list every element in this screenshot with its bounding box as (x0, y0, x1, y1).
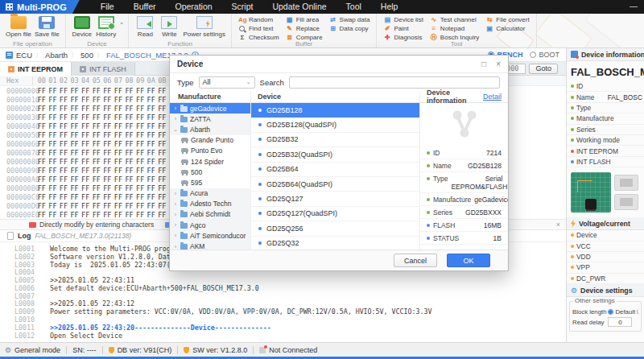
hex-byte[interactable]: FF (47, 184, 59, 192)
hex-byte[interactable]: FF (47, 167, 59, 175)
hex-byte[interactable]: FF (91, 149, 102, 157)
hex-byte[interactable]: FF (80, 149, 91, 157)
hex-byte[interactable]: FF (134, 158, 146, 166)
device-item-gd25b64-quadspi[interactable]: GD25B64(QuadSPI) (251, 177, 419, 192)
hex-byte[interactable]: FF (113, 175, 124, 184)
read-delay-input[interactable] (608, 317, 632, 327)
manufacturer-item-ait-semiconducor[interactable]: ›AiT Semiconducor (170, 230, 250, 241)
device-item-gd25q127[interactable]: GD25Q127 (251, 192, 419, 206)
hex-byte[interactable]: FF (69, 122, 80, 130)
hex-byte[interactable]: FF (102, 175, 114, 184)
hex-byte[interactable]: FF (102, 113, 114, 122)
hex-byte[interactable]: FF (124, 158, 135, 166)
ribbon-button-device-list[interactable]: ▤Device list (381, 15, 425, 24)
hex-byte[interactable]: FF (146, 167, 157, 175)
menu-tool[interactable]: Tool (336, 0, 371, 14)
hex-byte[interactable]: FF (124, 193, 135, 201)
ok-button[interactable]: OK (447, 254, 490, 267)
hex-byte[interactable]: FF (102, 105, 114, 113)
device-item-gd25b128-quadspi[interactable]: GD25B128(QuadSPI) (251, 118, 419, 132)
hex-byte[interactable]: FF (157, 87, 168, 95)
menu-operation[interactable]: Operation (165, 0, 221, 14)
hex-byte[interactable]: FF (36, 175, 47, 184)
chevron-right-icon[interactable]: › (173, 191, 178, 196)
hex-byte[interactable]: FF (91, 202, 102, 210)
hex-byte[interactable]: FF (134, 202, 146, 210)
hex-byte[interactable]: FF (91, 140, 102, 148)
menu-file[interactable]: File (91, 0, 124, 14)
hex-byte[interactable]: FF (134, 131, 146, 139)
hex-byte[interactable]: FF (47, 105, 59, 113)
hex-byte[interactable]: FF (80, 87, 91, 95)
hex-byte[interactable]: FF (80, 167, 91, 175)
ribbon-button-replace[interactable]: ✎Replace (283, 24, 325, 33)
hex-byte[interactable]: FF (157, 122, 168, 130)
menu-buffer[interactable]: Buffer (124, 0, 166, 14)
hex-byte[interactable]: FF (157, 140, 168, 148)
hex-byte[interactable]: FF (124, 122, 135, 130)
hex-byte[interactable]: FF (58, 193, 69, 201)
hex-byte[interactable]: FF (80, 113, 91, 122)
hex-byte[interactable]: FF (47, 211, 59, 219)
device-item-gd25b128[interactable]: GD25B128 (251, 103, 419, 118)
hex-byte[interactable]: FF (58, 175, 69, 184)
hex-byte[interactable]: FF (69, 175, 80, 184)
hex-byte[interactable]: FF (36, 202, 47, 210)
hex-byte[interactable]: FF (157, 96, 168, 104)
hex-byte[interactable]: FF (47, 140, 59, 148)
menu-update-online[interactable]: Update Online (262, 0, 336, 14)
hex-byte[interactable]: FF (134, 113, 146, 122)
hex-byte[interactable]: FF (124, 87, 135, 95)
hex-byte[interactable]: FF (69, 158, 80, 166)
hex-byte[interactable]: FF (91, 113, 102, 122)
hex-byte[interactable]: FF (124, 96, 135, 104)
hex-byte[interactable]: FF (91, 158, 102, 166)
hex-byte[interactable]: FF (134, 87, 146, 95)
chevron-right-icon[interactable]: › (173, 244, 178, 250)
hex-byte[interactable]: FF (36, 149, 47, 157)
chevron-right-icon[interactable]: › (173, 201, 178, 207)
hex-byte[interactable]: FF (58, 96, 69, 104)
hex-byte[interactable]: FF (134, 122, 146, 130)
hex-byte[interactable]: FF (58, 184, 69, 192)
ribbon-button-calculator[interactable]: ▣Calculator (483, 24, 531, 33)
manufacturer-item-agco[interactable]: ›Agco (170, 220, 250, 230)
hex-byte[interactable]: FF (102, 96, 114, 104)
hex-byte[interactable]: FF (113, 202, 124, 210)
hex-byte[interactable]: FF (58, 158, 69, 166)
breadcrumb-item-ecu[interactable]: ECU (16, 51, 32, 60)
hex-byte[interactable]: FF (69, 211, 80, 219)
hex-byte[interactable]: FF (102, 158, 114, 166)
hex-byte[interactable]: FF (69, 96, 80, 104)
hex-byte[interactable]: FF (47, 158, 59, 166)
hex-byte[interactable]: FF (146, 202, 157, 210)
hex-byte[interactable]: FF (102, 211, 114, 219)
ribbon-button-history[interactable]: History (94, 15, 118, 38)
menu-script[interactable]: Script (222, 0, 263, 14)
chevron-right-icon[interactable]: › (173, 222, 178, 228)
hex-byte[interactable]: FF (102, 122, 114, 130)
hex-byte[interactable]: FF (47, 149, 59, 157)
hex-byte[interactable]: FF (91, 193, 102, 201)
hex-byte[interactable]: FF (58, 140, 69, 148)
hex-byte[interactable]: FF (80, 140, 91, 148)
hex-byte[interactable]: FF (91, 122, 102, 130)
hex-byte[interactable]: FF (80, 184, 91, 192)
hex-byte[interactable]: FF (146, 96, 157, 104)
ribbon-button-swap-data[interactable]: ⇄Swap data (327, 15, 373, 24)
hex-byte[interactable]: FF (134, 193, 146, 201)
hex-byte[interactable]: FF (113, 131, 124, 139)
ribbon-button-open-file[interactable]: Open file (4, 15, 33, 38)
hex-byte[interactable]: FF (113, 193, 124, 201)
hex-byte[interactable]: FF (146, 184, 157, 192)
hex-byte[interactable]: FF (47, 87, 59, 95)
menu-help[interactable]: Help (371, 0, 408, 14)
hex-byte[interactable]: FF (124, 131, 135, 139)
dialog-close-button[interactable]: × (496, 60, 501, 68)
close-icon[interactable]: × (556, 221, 560, 229)
hex-byte[interactable]: FF (69, 131, 80, 139)
hex-byte[interactable]: FF (146, 175, 157, 184)
ribbon-button-device[interactable]: Device (70, 15, 94, 38)
hex-byte[interactable]: FF (157, 202, 168, 210)
hex-byte[interactable]: FF (47, 193, 59, 201)
